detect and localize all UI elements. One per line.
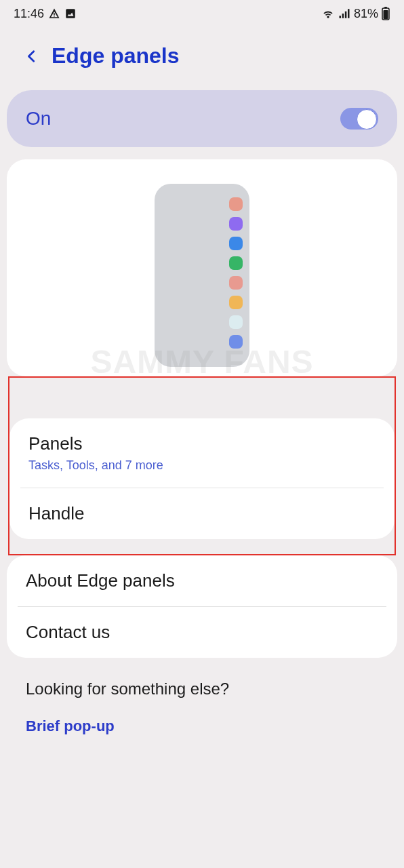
handle-row-title: Handle <box>28 503 376 524</box>
picture-icon <box>64 7 77 20</box>
wifi-icon <box>321 7 335 20</box>
panel-dot <box>229 335 243 349</box>
panels-row[interactable]: Panels Tasks, Tools, and 7 more <box>9 418 395 488</box>
about-row-title: About Edge panels <box>26 570 378 591</box>
back-button[interactable] <box>24 46 39 66</box>
svg-rect-0 <box>66 9 75 18</box>
panel-dot <box>229 197 243 211</box>
about-row[interactable]: About Edge panels <box>7 555 397 606</box>
clock-text: 11:46 <box>14 7 44 21</box>
related-title: Looking for something else? <box>26 679 378 698</box>
settings-card: Panels Tasks, Tools, and 7 more Handle <box>9 418 395 539</box>
phone-illustration <box>155 184 249 367</box>
signal-icon <box>338 7 351 20</box>
related-section: Looking for something else? Brief pop-up <box>0 658 404 747</box>
master-toggle-card[interactable]: On <box>7 90 397 147</box>
highlight-annotation: Panels Tasks, Tools, and 7 more Handle <box>8 376 396 555</box>
toggle-switch[interactable] <box>340 108 378 130</box>
panel-dot <box>229 217 243 231</box>
status-bar: 11:46 81% <box>0 0 404 27</box>
battery-icon <box>381 7 390 20</box>
contact-row[interactable]: Contact us <box>7 607 397 658</box>
info-card: About Edge panels Contact us <box>7 555 397 658</box>
warning-icon <box>48 7 60 20</box>
svg-rect-2 <box>384 10 388 19</box>
statusbar-right: 81% <box>321 7 390 21</box>
statusbar-left: 11:46 <box>14 7 77 21</box>
toggle-state-label: On <box>26 108 51 130</box>
panel-dot <box>229 315 243 329</box>
panel-dot <box>229 276 243 290</box>
brief-popup-link[interactable]: Brief pop-up <box>26 717 378 735</box>
contact-row-title: Contact us <box>26 622 378 643</box>
page-title: Edge panels <box>52 43 180 68</box>
svg-rect-3 <box>384 7 387 9</box>
panel-dot <box>229 237 243 250</box>
panel-dot <box>229 296 243 309</box>
page-header: Edge panels <box>0 27 404 85</box>
panels-row-subtitle: Tasks, Tools, and 7 more <box>28 458 376 473</box>
edge-panel-preview: SAMMY FANS <box>7 159 397 376</box>
panel-dot <box>229 256 243 270</box>
panel-icons-strip <box>229 197 243 349</box>
panels-row-title: Panels <box>28 433 376 454</box>
battery-percent-text: 81% <box>354 7 378 21</box>
handle-row[interactable]: Handle <box>9 488 395 539</box>
